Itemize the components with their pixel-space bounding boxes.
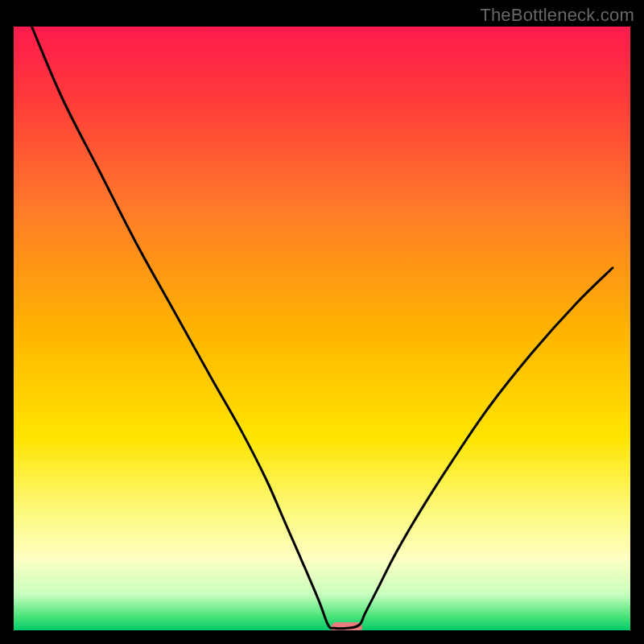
watermark-text: TheBottleneck.com — [480, 5, 634, 26]
bottleneck-chart — [0, 0, 644, 644]
gradient-background — [13, 26, 631, 631]
chart-container: TheBottleneck.com — [0, 0, 644, 644]
